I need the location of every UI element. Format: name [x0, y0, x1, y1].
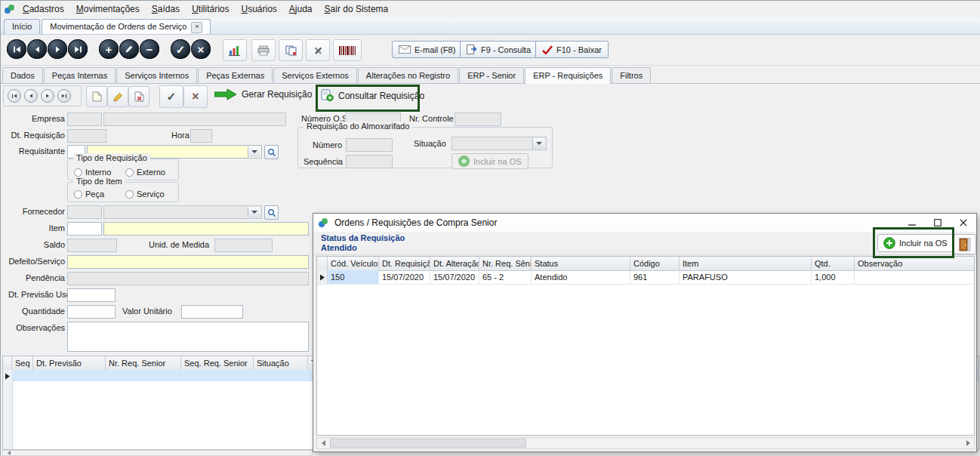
cell-item[interactable]: PARAFUSO — [680, 270, 812, 284]
f10-baixar-button[interactable]: F10 - Baixar — [535, 41, 609, 58]
dropdown-button[interactable] — [248, 207, 260, 217]
sub-nav-first-button[interactable] — [8, 89, 21, 103]
fornecedor-combo[interactable] — [103, 205, 262, 219]
cell-dt-requisicao[interactable]: 15/07/2020 — [379, 270, 430, 284]
nav-first-button[interactable] — [7, 39, 26, 59]
dt-requisicao-field[interactable] — [67, 129, 106, 143]
tab-inicio[interactable]: Início — [4, 19, 40, 34]
main-hscrollbar[interactable] — [2, 450, 313, 456]
menu-cadastros[interactable]: Cadastros — [17, 2, 70, 17]
scroll-left-icon[interactable] — [3, 451, 15, 455]
quantidade-field[interactable] — [67, 305, 116, 319]
col-situacao[interactable]: Situação — [254, 356, 308, 370]
col-observacao[interactable]: Observação — [855, 257, 974, 270]
scroll-left-icon[interactable] — [317, 438, 329, 448]
col-cod-veiculo[interactable]: Cód. Veículo — [328, 257, 379, 270]
nav-next-button[interactable] — [48, 39, 67, 59]
sub-new-button[interactable] — [86, 86, 107, 107]
scroll-right-icon[interactable] — [962, 438, 974, 448]
col-dt-previsao[interactable]: Dt. Previsão — [33, 356, 106, 370]
tab-pecas-externas[interactable]: Peças Externas — [198, 67, 273, 83]
hora-field[interactable] — [190, 129, 212, 143]
exit-button[interactable] — [954, 234, 976, 254]
delete-record-button[interactable]: − — [140, 39, 159, 59]
unid-medida-field[interactable] — [214, 239, 273, 252]
tab-alteracoes-registro[interactable]: Alterações no Registro — [358, 67, 458, 83]
menu-saidas[interactable]: Saídas — [146, 2, 186, 17]
cell-observacao[interactable] — [855, 270, 974, 284]
menu-utilitarios[interactable]: Utilitários — [186, 2, 235, 17]
sub-edit-button[interactable] — [107, 86, 128, 107]
sub-nav-last-button[interactable] — [57, 89, 71, 103]
cancel-button[interactable]: × — [191, 39, 211, 59]
tab-pecas-internas[interactable]: Peças Internas — [44, 67, 116, 83]
radio-peca[interactable]: Peça — [74, 189, 104, 199]
cell-dt-alteracao[interactable]: 15/07/2020 — [430, 270, 479, 284]
tab-servicos-externos[interactable]: Serviços Externos — [273, 67, 357, 83]
nav-prev-button[interactable] — [27, 39, 47, 59]
requisitante-search-button[interactable] — [264, 145, 279, 159]
cell-status[interactable]: Atendido — [532, 270, 630, 284]
tools-button[interactable] — [306, 39, 330, 61]
pendencia-field[interactable] — [67, 272, 309, 285]
col-status[interactable]: Status — [532, 257, 630, 270]
tab-close-icon[interactable]: × — [191, 22, 202, 33]
col-nr-req-senior[interactable]: Nr. Req. Senior — [106, 356, 181, 370]
email-button[interactable]: E-mail (F8) — [392, 41, 462, 58]
tab-dados[interactable]: Dados — [2, 67, 43, 83]
requisicoes-grid[interactable]: Cód. Veículo Dt. Requisição Dt. Alteraçã… — [316, 256, 975, 436]
consultar-requisicao-button[interactable]: Consultar Requisição — [321, 89, 424, 102]
chart-button[interactable] — [223, 39, 247, 61]
close-button[interactable] — [951, 214, 976, 231]
radio-externo[interactable]: Externo — [125, 168, 165, 177]
fornecedor-search-button[interactable] — [264, 205, 279, 220]
item-code-field[interactable] — [67, 222, 102, 236]
table-row[interactable]: 150 15/07/2020 15/07/2020 65 - 2 Atendid… — [317, 270, 974, 285]
valor-unitario-field[interactable] — [181, 305, 243, 319]
nr-controle-field[interactable] — [455, 112, 501, 126]
menu-ajuda[interactable]: Ajuda — [283, 2, 319, 17]
incluir-na-os-button[interactable]: Incluir na OS — [877, 234, 954, 252]
almox-numero-field[interactable] — [346, 138, 393, 152]
dropdown-button[interactable] — [532, 138, 545, 149]
menu-usuarios[interactable]: Usuários — [235, 2, 282, 17]
dialog-titlebar[interactable]: Ordens / Requisições de Compra Senior — [313, 214, 976, 233]
radio-servico[interactable]: Serviço — [125, 189, 165, 199]
dropdown-button[interactable] — [248, 146, 260, 157]
fornecedor-code-field[interactable] — [67, 205, 102, 219]
menu-movimentacoes[interactable]: Movimentações — [70, 2, 146, 17]
col-item[interactable]: Item — [680, 257, 812, 270]
tab-erp-requisicoes[interactable]: ERP - Requisições — [525, 67, 611, 84]
almox-situacao-combo[interactable] — [451, 137, 547, 150]
f9-consulta-button[interactable]: F9 - Consulta — [460, 41, 538, 58]
col-qtd[interactable]: Qtd. — [812, 257, 855, 270]
sub-confirm-button[interactable]: ✓ — [159, 85, 183, 108]
dialog-hscrollbar[interactable] — [316, 437, 975, 449]
nav-last-button[interactable] — [68, 39, 88, 59]
barcode-button[interactable] — [333, 39, 362, 61]
dt-previsao-uso-field[interactable] — [67, 288, 116, 302]
minimize-button[interactable] — [899, 214, 925, 231]
col-seq-req-senior[interactable]: Seq. Req. Senior — [181, 356, 254, 370]
add-record-button[interactable]: + — [99, 39, 119, 59]
sub-delete-button[interactable] — [128, 86, 149, 107]
sub-nav-next-button[interactable] — [41, 89, 54, 103]
saldo-field[interactable] — [67, 239, 117, 252]
tab-filtros[interactable]: Filtros — [612, 67, 651, 83]
cell-cod-veiculo[interactable]: 150 — [328, 270, 379, 284]
almox-sequencia-field[interactable] — [346, 155, 393, 168]
copy-button[interactable] — [279, 39, 303, 61]
col-codigo[interactable]: Código — [630, 257, 680, 270]
cell-nr-req-senior[interactable]: 65 - 2 — [479, 270, 532, 284]
defeito-servico-field[interactable] — [67, 255, 309, 269]
gerar-requisicao-button[interactable]: Gerar Requisição — [214, 88, 312, 100]
tab-movimentacao-os[interactable]: Movimentação de Ordens de Serviço × — [42, 19, 211, 34]
confirm-button[interactable]: ✓ — [171, 39, 190, 59]
sub-nav-prev-button[interactable] — [24, 89, 38, 103]
cell-codigo[interactable]: 961 — [630, 270, 680, 284]
maximize-button[interactable] — [925, 214, 951, 231]
empresa-code-field[interactable] — [67, 112, 102, 126]
observacoes-field[interactable] — [67, 322, 309, 352]
col-nr-req-senior[interactable]: Nr. Req. Sênior — [479, 257, 532, 270]
sub-cancel-button[interactable]: × — [183, 85, 208, 108]
